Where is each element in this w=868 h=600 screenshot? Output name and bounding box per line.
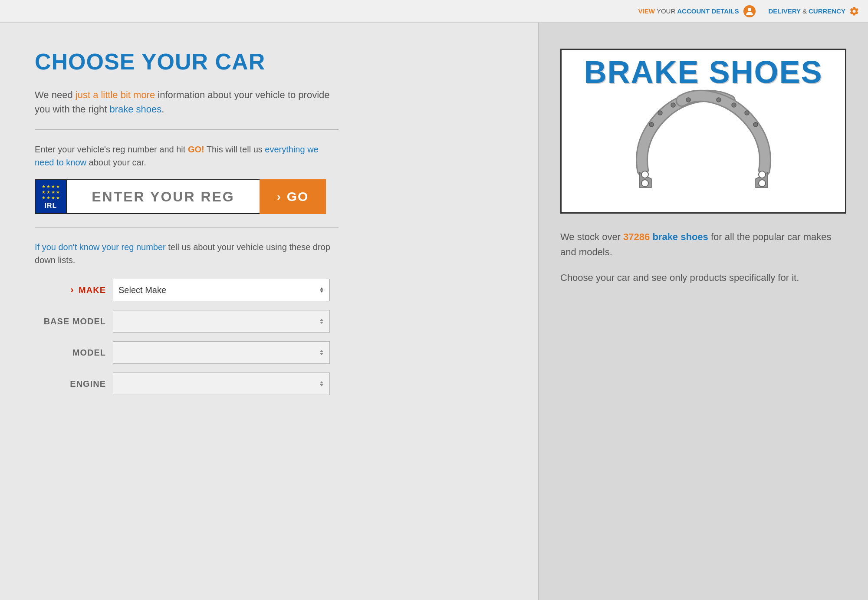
divider-1 (35, 129, 339, 130)
reg-input-row: ★ ★ ★ ★ ★ ★ ★ ★ ★ ★ ★ ★ IRL › GO (35, 179, 304, 214)
star-8: ★ (56, 190, 60, 195)
eu-stars: ★ ★ ★ ★ ★ ★ ★ ★ ★ ★ ★ ★ (42, 184, 60, 200)
stock-count: 37286 (623, 231, 650, 242)
model-select[interactable] (113, 341, 330, 364)
svg-point-6 (745, 111, 749, 115)
svg-point-9 (641, 171, 648, 178)
engine-select[interactable] (113, 373, 330, 395)
star-11: ★ (51, 195, 55, 200)
star-1: ★ (42, 184, 46, 189)
svg-point-11 (759, 171, 766, 178)
svg-point-3 (671, 103, 675, 107)
star-6: ★ (46, 190, 50, 195)
dropdown-instruction: If you don't know your reg number tell u… (35, 241, 339, 267)
account-nav[interactable]: VIEW YOUR ACCOUNT DETAILS (638, 5, 756, 17)
go-button[interactable]: › GO (260, 179, 326, 214)
svg-point-5 (753, 122, 758, 127)
model-label: MODEL (35, 348, 113, 358)
svg-point-2 (658, 111, 662, 115)
amp-label: & (802, 7, 807, 15)
svg-point-8 (717, 98, 721, 102)
right-panel: BRAKE SHOES (538, 23, 868, 600)
reg-inst-part1: Enter your vehicle's reg number and hit (35, 145, 188, 154)
account-icon (743, 5, 756, 17)
delivery-currency-nav[interactable]: DELIVERY & CURRENCY (769, 6, 860, 16)
engine-row: ENGINE (35, 373, 330, 395)
your-label: YOUR (657, 7, 675, 15)
intro-text: We need just a little bit more informati… (35, 88, 339, 116)
svg-point-0 (748, 8, 751, 11)
left-panel: CHOOSE YOUR CAR We need just a little bi… (0, 23, 538, 600)
make-select[interactable]: Select Make (113, 279, 330, 301)
reg-inst-go: GO! (188, 145, 204, 154)
intro-end: . (161, 104, 164, 115)
star-10: ★ (46, 195, 50, 200)
currency-label: CURRENCY (809, 7, 845, 15)
irl-badge: ★ ★ ★ ★ ★ ★ ★ ★ ★ ★ ★ ★ IRL (35, 179, 66, 214)
top-bar: VIEW YOUR ACCOUNT DETAILS DELIVERY & CUR… (0, 0, 868, 23)
stock-text: We stock over 37286 brake shoes for all … (560, 229, 846, 260)
choose-text: Choose your car and see only products sp… (560, 270, 846, 285)
svg-point-7 (732, 103, 736, 107)
reg-inst-part2: This will tell us (204, 145, 265, 154)
intro-highlight: just a little bit more (76, 89, 155, 100)
brake-shoe-image (630, 79, 777, 209)
intro-part1: We need (35, 89, 76, 100)
svg-point-10 (641, 180, 648, 187)
star-12: ★ (56, 195, 60, 200)
view-label: VIEW (638, 7, 655, 15)
svg-point-4 (686, 98, 690, 102)
engine-label: ENGINE (35, 379, 113, 389)
reg-inst-part3: about your car. (86, 158, 146, 167)
product-image-title: BRAKE SHOES (562, 54, 845, 90)
product-image-box: BRAKE SHOES (560, 49, 846, 214)
stock-part2: brake shoes (650, 231, 708, 242)
star-7: ★ (51, 190, 55, 195)
go-arrow-icon: › (277, 190, 282, 204)
stock-part1: We stock over (560, 231, 623, 242)
star-9: ★ (42, 195, 46, 200)
account-details-label: ACCOUNT DETAILS (677, 7, 739, 15)
base-model-label: BASE MODEL (35, 316, 113, 326)
make-label-group: › MAKE (35, 284, 113, 296)
gear-icon (849, 6, 859, 16)
star-4: ★ (56, 184, 60, 189)
reg-instruction: Enter your vehicle's reg number and hit … (35, 143, 330, 169)
star-2: ★ (46, 184, 50, 189)
base-model-select[interactable] (113, 310, 330, 333)
star-3: ★ (51, 184, 55, 189)
intro-link: brake shoes (109, 104, 161, 115)
svg-point-12 (759, 180, 766, 187)
irl-text: IRL (45, 202, 57, 210)
divider-2 (35, 227, 339, 227)
base-model-row: BASE MODEL (35, 310, 330, 333)
star-5: ★ (42, 190, 46, 195)
main-container: CHOOSE YOUR CAR We need just a little bi… (0, 23, 868, 600)
page-title: CHOOSE YOUR CAR (35, 49, 503, 75)
reg-input[interactable] (66, 179, 260, 214)
dropdown-inst-link: If you don't know your reg number (35, 242, 166, 252)
svg-point-1 (649, 122, 654, 127)
model-row: MODEL (35, 341, 330, 364)
make-label-text: MAKE (79, 285, 106, 295)
delivery-label: DELIVERY (769, 7, 801, 15)
make-row: › MAKE Select Make (35, 279, 330, 301)
make-arrow-icon: › (70, 284, 74, 295)
go-button-label: GO (287, 189, 309, 204)
